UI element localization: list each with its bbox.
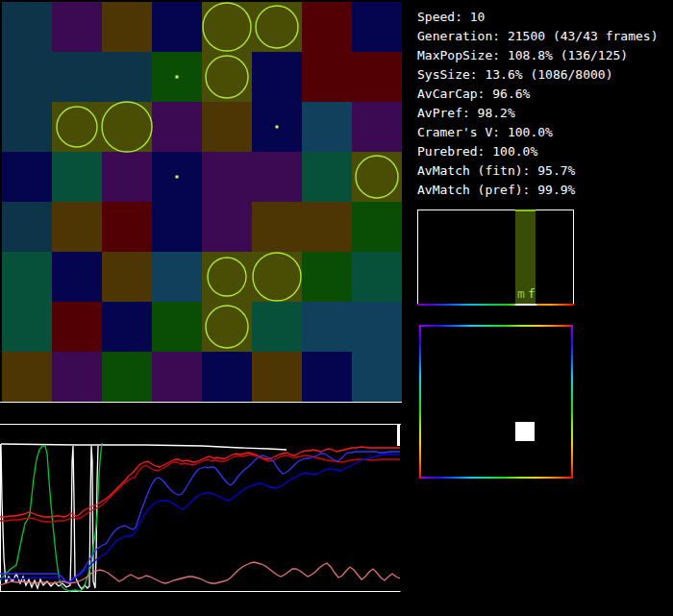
grid-cell [102, 2, 152, 52]
series-pink [0, 562, 400, 585]
grid-cell [102, 352, 152, 402]
male-label: m [517, 287, 525, 300]
grid-cell [202, 2, 252, 52]
grid-cell [152, 302, 202, 352]
grid-cell [52, 52, 102, 102]
grid-cell [202, 252, 252, 302]
stat-line: Purebred: 100.0% [417, 142, 658, 161]
grid-cell [302, 202, 352, 252]
stats-panel: Speed: 10Generation: 21500 (43/43 frames… [417, 8, 658, 200]
grid-cell [102, 52, 152, 102]
grid-cell [252, 302, 302, 352]
grid-cell [102, 202, 152, 252]
series-white-oscillating [1, 445, 98, 589]
grid-cell [352, 352, 402, 402]
app-window: Speed: 10Generation: 21500 (43/43 frames… [0, 0, 673, 616]
world-grid [2, 2, 402, 402]
stat-line: Cramer's V: 100.0% [417, 123, 658, 142]
grid-cell [202, 302, 252, 352]
grid-cell [302, 2, 352, 52]
grid-cell [102, 152, 152, 202]
grid-cell [152, 252, 202, 302]
grid-cell [2, 2, 52, 52]
grid-cell [302, 252, 352, 302]
grid-cell [152, 152, 202, 202]
female-label: f [528, 287, 536, 300]
grid-cell [52, 2, 102, 52]
grid-cell [302, 52, 352, 102]
stat-line: AvPref: 98.2% [417, 104, 658, 123]
grid-cell [202, 352, 252, 402]
population-hue-marker [515, 422, 535, 441]
grid-cell [352, 2, 402, 52]
stat-line: Generation: 21500 (43/43 frames) [417, 27, 658, 46]
grid-cell [352, 302, 402, 352]
stat-line: AvMatch (fitn): 95.7% [417, 161, 658, 181]
frame-progress-track[interactable] [0, 424, 401, 425]
grid-cell [352, 52, 402, 102]
stat-line: AvMatch (pref): 99.9% [417, 181, 658, 200]
series-blue-lower [0, 455, 400, 583]
hue-border-right [571, 325, 573, 479]
grid-cell [152, 352, 202, 402]
chart-series-group [0, 443, 400, 591]
stat-line: SysSize: 13.6% (1086/8000) [417, 65, 658, 85]
grid-cell [352, 102, 402, 152]
grid-cell [152, 2, 202, 52]
grid-cell [102, 102, 152, 152]
grid-cell [252, 252, 302, 302]
grid-cell [352, 202, 402, 252]
grid-cell [102, 252, 152, 302]
grid-cell [2, 352, 52, 402]
grid-cell [252, 152, 302, 202]
grid-cell [302, 352, 352, 402]
grid-cell [52, 152, 102, 202]
grid-cell [352, 252, 402, 302]
hue-border-left [419, 325, 421, 479]
stat-line: Speed: 10 [417, 8, 658, 27]
series-red-upper [0, 447, 400, 517]
hue-axis [417, 304, 574, 306]
grid-cell [302, 302, 352, 352]
grid-cell [202, 202, 252, 252]
hue-map-panel [419, 325, 573, 479]
hue-border-bottom [419, 477, 573, 479]
grid-cell [152, 102, 202, 152]
grid-cell [302, 102, 352, 152]
grid-cell [52, 252, 102, 302]
grid-cell [352, 152, 402, 202]
grid-cell [152, 202, 202, 252]
grid-cell [202, 152, 252, 202]
series-white-flat [1, 444, 287, 450]
grid-cell [52, 352, 102, 402]
grid-cell [102, 302, 152, 352]
grid-cell [202, 52, 252, 102]
grid-cell [52, 302, 102, 352]
hue-border-top [419, 325, 573, 327]
grid-cell [2, 102, 52, 152]
grid-cell [252, 202, 302, 252]
grid-cell [52, 202, 102, 252]
grid-cell [302, 152, 352, 202]
grid-cell [2, 302, 52, 352]
grid-cell [252, 52, 302, 102]
series-blue-upper [0, 452, 400, 582]
stat-line: AvCarCap: 96.6% [417, 85, 658, 104]
grid-cell [252, 352, 302, 402]
series-red-lower [0, 455, 400, 522]
histogram-bar-cap [515, 209, 536, 211]
series-green [0, 443, 102, 591]
grid-cell [252, 102, 302, 152]
grid-cell [2, 252, 52, 302]
grid-cell [252, 2, 302, 52]
frame-progress-marker[interactable] [397, 424, 400, 446]
grid-cell [152, 52, 202, 102]
grid-bottom-border [0, 402, 402, 403]
grid-cell [2, 152, 52, 202]
grid-cell [52, 102, 102, 152]
stat-line: MaxPopSize: 108.8% (136/125) [417, 46, 658, 65]
grid-cell [2, 52, 52, 102]
grid-cell [2, 202, 52, 252]
sex-ratio-histogram: m f [417, 209, 574, 304]
grid-cell [202, 102, 252, 152]
